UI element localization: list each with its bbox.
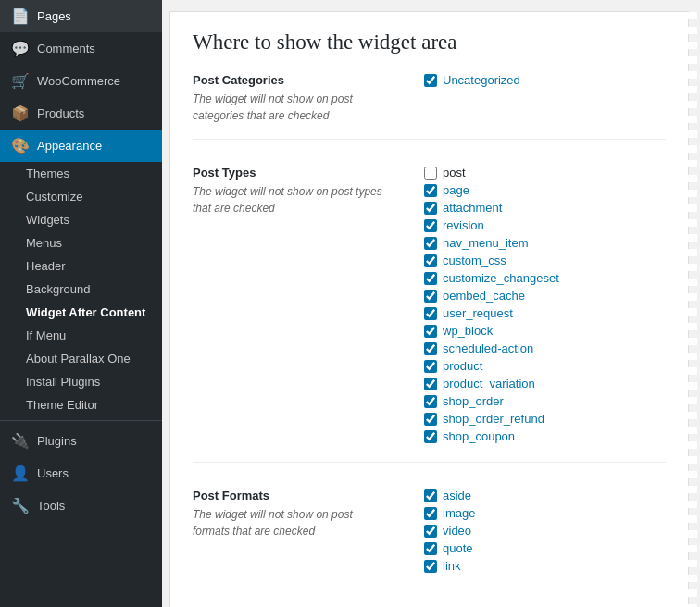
checkbox-input-post-types-9[interactable]	[424, 325, 437, 338]
checkbox-label-post-types-6: customize_changeset	[443, 271, 559, 285]
sidebar-sub-about-parallax[interactable]: About Parallax One	[0, 347, 162, 370]
checkbox-item-post-types-0: post	[424, 166, 666, 180]
checkbox-label-post-types-2: attachment	[443, 201, 502, 215]
sidebar-sub-background[interactable]: Background	[0, 278, 162, 301]
sidebar-label-appearance: Appearance	[37, 139, 102, 153]
sidebar-sub-theme-editor[interactable]: Theme Editor	[0, 393, 162, 416]
sidebar-divider	[0, 420, 162, 421]
checkbox-input-post-types-0[interactable]	[424, 167, 437, 180]
content-area: Where to show the widget area Post Categ…	[169, 11, 689, 607]
checkbox-input-post-types-1[interactable]	[424, 184, 437, 197]
section-title-post-categories: Post Categories	[193, 73, 387, 87]
sidebar-label-plugins: Plugins	[37, 434, 77, 448]
sidebar-sub-themes[interactable]: Themes	[0, 162, 162, 185]
checkbox-input-post-types-14[interactable]	[424, 413, 437, 426]
checkbox-input-post-types-13[interactable]	[424, 395, 437, 408]
checkbox-input-post-types-11[interactable]	[424, 360, 437, 373]
checkbox-item-post-types-5: custom_css	[424, 254, 666, 267]
checkbox-input-post-types-10[interactable]	[424, 342, 437, 355]
sidebar-sub-header[interactable]: Header	[0, 254, 162, 278]
checkbox-label-post-formats-4: link	[443, 559, 461, 573]
section-desc-post-formats: The widget will not show on post formats…	[193, 506, 387, 539]
sidebar-sub-customize[interactable]: Customize	[0, 185, 162, 208]
section-info-post-types: Post Types The widget will not show on p…	[193, 166, 387, 217]
appearance-icon: 🎨	[11, 137, 30, 155]
sidebar-sub-widgets[interactable]: Widgets	[0, 208, 162, 231]
checkbox-item-post-types-2: attachment	[424, 201, 666, 215]
sidebar-item-appearance[interactable]: 🎨 Appearance	[0, 130, 162, 162]
section-info-post-categories: Post Categories The widget will not show…	[193, 73, 387, 124]
sidebar-label-products: Products	[37, 106, 84, 120]
section-post-types: Post Types The widget will not show on p…	[193, 166, 666, 463]
section-controls-post-formats: asideimagevideoquotelink	[424, 489, 666, 576]
plugins-icon: 🔌	[11, 432, 30, 450]
checkbox-input-post-types-8[interactable]	[424, 307, 437, 320]
section-title-post-formats: Post Formats	[193, 489, 387, 502]
checkbox-item-post-formats-2: video	[424, 524, 666, 538]
checkbox-item-post-types-9: wp_block	[424, 324, 666, 338]
checkbox-label-post-types-9: wp_block	[443, 324, 493, 338]
checkbox-item-post-types-6: customize_changeset	[424, 271, 666, 285]
section-controls-post-types: postpageattachmentrevisionnav_menu_itemc…	[424, 166, 666, 447]
checkbox-input-post-formats-4[interactable]	[424, 560, 437, 573]
sidebar-label-pages: Pages	[37, 9, 71, 23]
section-post-formats: Post Formats The widget will not show on…	[193, 489, 666, 576]
checkbox-input-post-types-5[interactable]	[424, 254, 437, 267]
sidebar-sub-if-menu[interactable]: If Menu	[0, 324, 162, 347]
woocommerce-icon: 🛒	[11, 72, 30, 90]
checkbox-label-post-types-5: custom_css	[443, 254, 506, 267]
checkbox-input-post-types-2[interactable]	[424, 202, 437, 215]
section-layout-post-categories: Post Categories The widget will not show…	[193, 73, 666, 124]
section-divider	[193, 139, 666, 140]
sidebar-item-woocommerce[interactable]: 🛒 WooCommerce	[0, 65, 162, 97]
checkbox-input-post-categories-0[interactable]	[424, 74, 437, 87]
checkbox-input-post-formats-2[interactable]	[424, 525, 437, 538]
checkbox-label-post-types-11: product	[443, 359, 482, 373]
checkbox-item-post-formats-0: aside	[424, 489, 666, 502]
sidebar-item-pages[interactable]: 📄 Pages	[0, 0, 162, 32]
checkbox-input-post-formats-1[interactable]	[424, 507, 437, 520]
checkbox-label-post-types-7: oembed_cache	[443, 289, 525, 303]
checkbox-label-post-types-4: nav_menu_item	[443, 236, 529, 250]
checkbox-input-post-types-3[interactable]	[424, 219, 437, 232]
checkbox-input-post-types-7[interactable]	[424, 290, 437, 303]
sidebar-label-comments: Comments	[37, 42, 95, 56]
sidebar-sub-widget-after-content[interactable]: Widget After Content	[0, 301, 162, 324]
checkbox-input-post-formats-3[interactable]	[424, 542, 437, 555]
sidebar-item-plugins[interactable]: 🔌 Plugins	[0, 425, 162, 457]
checkbox-item-post-types-1: page	[424, 183, 666, 197]
checkbox-item-post-categories-0: Uncategorized	[424, 73, 666, 87]
checkbox-input-post-types-6[interactable]	[424, 272, 437, 285]
section-desc-post-categories: The widget will not show on post categor…	[193, 91, 387, 124]
section-layout-post-types: Post Types The widget will not show on p…	[193, 166, 666, 447]
sidebar-item-users[interactable]: 👤 Users	[0, 457, 162, 489]
section-title-post-types: Post Types	[193, 166, 387, 180]
checkbox-label-post-formats-0: aside	[443, 489, 471, 502]
checkbox-item-post-types-4: nav_menu_item	[424, 236, 666, 250]
checkbox-label-post-types-3: revision	[443, 218, 484, 232]
checkbox-label-post-types-15: shop_coupon	[443, 429, 515, 443]
checkbox-label-post-types-10: scheduled-action	[443, 341, 533, 355]
checkbox-input-post-types-15[interactable]	[424, 430, 437, 443]
checkbox-item-post-types-3: revision	[424, 218, 666, 232]
sidebar-item-tools[interactable]: 🔧 Tools	[0, 489, 162, 522]
checkbox-label-post-formats-3: quote	[443, 541, 473, 555]
sidebar-sub-menus[interactable]: Menus	[0, 231, 162, 254]
page-title: Where to show the widget area	[193, 31, 666, 55]
checkbox-item-post-types-15: shop_coupon	[424, 429, 666, 443]
sidebar-item-comments[interactable]: 💬 Comments	[0, 32, 162, 65]
tools-icon: 🔧	[11, 497, 30, 514]
checkbox-input-post-types-4[interactable]	[424, 237, 437, 250]
checkbox-label-post-types-1: page	[443, 183, 469, 197]
checkbox-item-post-types-7: oembed_cache	[424, 289, 666, 303]
comments-icon: 💬	[11, 40, 30, 57]
sidebar-sub-install-plugins[interactable]: Install Plugins	[0, 370, 162, 393]
sidebar-item-products[interactable]: 📦 Products	[0, 97, 162, 130]
checkbox-input-post-formats-0[interactable]	[424, 489, 437, 502]
checkbox-label-post-types-12: product_variation	[443, 377, 535, 390]
main-content: Where to show the widget area Post Categ…	[162, 0, 700, 607]
sidebar-label-tools: Tools	[37, 499, 65, 513]
checkbox-label-post-types-0: post	[443, 166, 466, 180]
checkbox-label-post-formats-2: video	[443, 524, 471, 538]
checkbox-input-post-types-12[interactable]	[424, 378, 437, 390]
